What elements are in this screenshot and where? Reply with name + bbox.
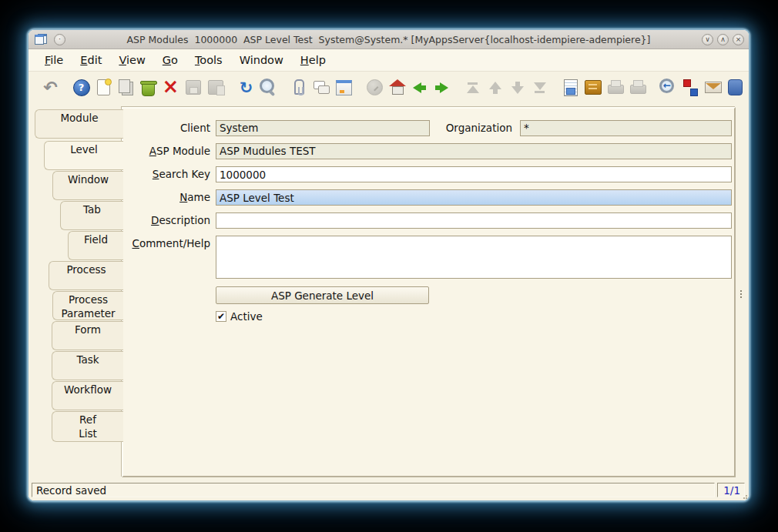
report-icon[interactable]	[559, 77, 582, 99]
menu-edit[interactable]: Edit	[72, 52, 110, 69]
comment-help-label: Comment/Help	[123, 236, 210, 252]
find-icon[interactable]	[257, 77, 280, 99]
grid-toggle-icon[interactable]	[333, 77, 355, 99]
splitter-handle[interactable]	[738, 107, 745, 477]
print-preview-icon	[604, 77, 626, 99]
tab-column: ModuleLevelWindowTabFieldProcessProcess …	[29, 103, 123, 480]
content-area: ModuleLevelWindowTabFieldProcessProcess …	[29, 103, 749, 480]
save-record-icon	[182, 77, 204, 99]
titlebar-menu-button[interactable]: ·	[54, 34, 65, 45]
search-key-input[interactable]	[216, 166, 732, 182]
parent-record-icon[interactable]	[408, 77, 431, 99]
titlebar-controls: ∨∧×	[698, 34, 744, 45]
organization-label: Organization	[428, 120, 512, 136]
client-field: System	[216, 120, 430, 136]
refresh-icon[interactable]	[235, 77, 257, 99]
chat-icon[interactable]	[310, 77, 333, 99]
tab-field[interactable]: Field	[68, 231, 123, 260]
window-icon	[35, 34, 47, 45]
asp-module-label: ASP Module	[123, 143, 210, 159]
tab-process-parameter[interactable]: Process Parameter	[52, 291, 123, 320]
last-record-icon	[528, 77, 551, 99]
zoom-across-icon[interactable]	[657, 77, 679, 99]
resize-grip[interactable]	[740, 492, 748, 500]
request-icon[interactable]	[702, 77, 724, 99]
form-panel: Client System Organization * ASP Module …	[122, 107, 736, 477]
tab-process[interactable]: Process	[49, 261, 123, 290]
menu-file[interactable]: File	[36, 52, 72, 69]
archive-icon[interactable]	[582, 77, 604, 99]
toolbar	[29, 72, 749, 103]
delete-record-icon[interactable]	[137, 77, 159, 99]
print-icon	[626, 77, 649, 99]
menubar: FileEditViewGoToolsWindowHelp	[29, 49, 749, 72]
description-input[interactable]	[216, 212, 732, 229]
client-label: Client	[123, 120, 210, 136]
statusbar: Record saved 1/1	[29, 480, 749, 500]
tab-level[interactable]: Level	[44, 141, 123, 170]
asp-module-field: ASP Mudules TEST	[216, 143, 732, 159]
maximize-button[interactable]: ∧	[717, 34, 729, 45]
first-record-icon	[461, 77, 484, 99]
name-input[interactable]	[216, 189, 732, 206]
tab-task[interactable]: Task	[52, 351, 123, 380]
undo-icon[interactable]	[39, 77, 62, 99]
active-checkbox[interactable]: ✔	[216, 311, 226, 322]
search-key-label: Search Key	[123, 166, 210, 182]
titlebar[interactable]: · ASP Modules 1000000 ASP Level Test Sys…	[29, 30, 749, 49]
next-record-icon	[506, 77, 528, 99]
tab-tab[interactable]: Tab	[60, 201, 123, 230]
organization-field: *	[520, 120, 732, 136]
delete-selection-icon[interactable]	[159, 77, 182, 99]
copy-record-icon[interactable]	[115, 77, 137, 99]
history-icon	[364, 77, 386, 99]
menu-view[interactable]: View	[110, 52, 153, 69]
product-info-icon[interactable]	[724, 77, 746, 99]
help-icon[interactable]	[70, 77, 92, 99]
shade-button[interactable]: ∨	[702, 34, 713, 45]
previous-record-icon	[484, 77, 506, 99]
menu-window[interactable]: Window	[231, 52, 292, 69]
asp-generate-level-button[interactable]: ASP Generate Level	[216, 286, 429, 304]
home-icon[interactable]	[386, 77, 408, 99]
close-button[interactable]: ×	[733, 34, 744, 45]
app-window: · ASP Modules 1000000 ASP Level Test Sys…	[28, 29, 749, 501]
new-record-icon[interactable]	[92, 77, 115, 99]
save-create-icon	[204, 77, 226, 99]
active-label: Active	[230, 310, 263, 323]
window-title: ASP Modules 1000000 ASP Level Test Syste…	[29, 34, 749, 45]
tab-window[interactable]: Window	[52, 171, 123, 200]
attachment-icon[interactable]	[288, 77, 310, 99]
tab-ref-list[interactable]: Ref List	[52, 411, 123, 442]
comment-help-textarea[interactable]	[216, 236, 732, 279]
tab-form[interactable]: Form	[52, 321, 123, 350]
menu-tools[interactable]: Tools	[186, 52, 231, 69]
workflow-icon[interactable]	[679, 77, 702, 99]
status-message: Record saved	[32, 483, 715, 497]
description-label: Description	[123, 212, 210, 229]
menu-go[interactable]: Go	[154, 52, 186, 69]
tab-module[interactable]: Module	[35, 109, 123, 139]
active-checkbox-row: ✔ Active	[216, 310, 263, 323]
tab-workflow[interactable]: Workflow	[52, 381, 123, 410]
detail-record-icon[interactable]	[431, 77, 453, 99]
name-label: Name	[123, 189, 210, 206]
menu-help[interactable]: Help	[292, 52, 334, 69]
